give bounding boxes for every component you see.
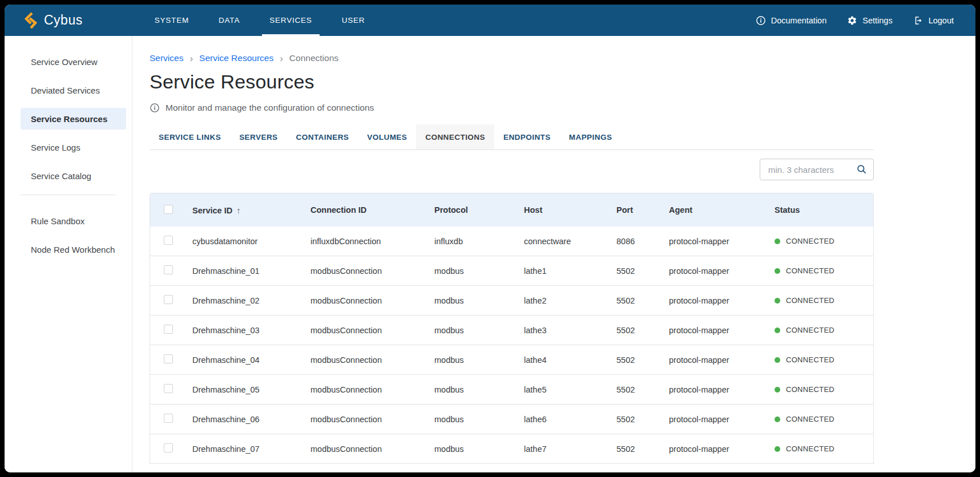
row-checkbox[interactable] <box>164 236 173 245</box>
row-select-cell <box>150 265 192 276</box>
status-label: CONNECTED <box>786 444 834 453</box>
tab-label: SERVICE LINKS <box>159 133 221 142</box>
brand-name: Cybus <box>44 13 83 28</box>
settings-label: Settings <box>862 16 892 25</box>
cell-service-id: Drehmaschine_01 <box>192 266 310 276</box>
breadcrumb-link-service-resources[interactable]: Service Resources <box>199 53 273 63</box>
column-header-protocol[interactable]: Protocol <box>434 205 524 215</box>
cell-agent: protocol-mapper <box>669 266 775 276</box>
search-icon[interactable] <box>856 164 868 175</box>
sidebar-item-label: Service Overview <box>31 57 98 67</box>
cell-host: lathe5 <box>524 385 616 394</box>
status-indicator <box>775 357 780 363</box>
row-checkbox[interactable] <box>164 414 173 423</box>
column-header-host[interactable]: Host <box>524 205 616 215</box>
row-checkbox[interactable] <box>164 384 173 393</box>
cell-connection-id: modbusConnection <box>310 385 434 394</box>
nav-item[interactable]: USER <box>327 5 380 36</box>
row-checkbox[interactable] <box>164 443 173 452</box>
column-header-label: Service ID <box>192 206 232 215</box>
breadcrumb-current: Connections <box>289 53 338 63</box>
sidebar-item[interactable]: Deviated Services <box>21 79 126 101</box>
breadcrumb: Services › Service Resources › Connectio… <box>150 53 874 63</box>
primary-nav: SYSTEM DATA SERVICES USER <box>140 5 380 36</box>
cell-service-id: Drehmaschine_06 <box>192 415 310 424</box>
column-header-service-id[interactable]: Service ID↑ <box>192 205 310 215</box>
logout-button[interactable]: Logout <box>913 15 954 26</box>
table-row[interactable]: Drehmaschine_03 modbusConnection modbus … <box>150 316 873 345</box>
sidebar: Service Overview Deviated Services Servi… <box>5 36 132 472</box>
tab[interactable]: CONTAINERS <box>287 124 358 149</box>
cell-service-id: cybusdatamonitor <box>192 237 310 246</box>
tab[interactable]: ENDPOINTS <box>494 124 560 149</box>
info-icon <box>150 103 160 113</box>
cell-protocol: modbus <box>434 296 524 305</box>
column-header-connection-id[interactable]: Connection ID <box>310 205 434 215</box>
cell-host: lathe1 <box>524 266 616 276</box>
tab-label: MAPPINGS <box>569 133 612 142</box>
table-row[interactable]: Drehmaschine_04 modbusConnection modbus … <box>150 345 873 375</box>
cell-protocol: modbus <box>434 326 524 335</box>
page-subtitle-text: Monitor and manage the configuration of … <box>166 103 374 113</box>
tab[interactable]: SERVICE LINKS <box>150 124 230 149</box>
table-row[interactable]: Drehmaschine_06 modbusConnection modbus … <box>150 405 873 434</box>
status-indicator <box>775 238 780 244</box>
brand-logo[interactable]: Cybus <box>5 5 83 36</box>
cell-agent: protocol-mapper <box>669 415 775 424</box>
tab[interactable]: CONNECTIONS <box>416 124 494 149</box>
chevron-right-icon: › <box>189 54 193 63</box>
select-all-checkbox[interactable] <box>164 205 173 214</box>
cell-connection-id: modbusConnection <box>310 296 434 305</box>
column-header-agent[interactable]: Agent <box>669 205 775 215</box>
nav-item[interactable]: DATA <box>204 5 255 36</box>
row-select-cell <box>150 236 192 246</box>
row-checkbox[interactable] <box>164 295 173 304</box>
tab[interactable]: SERVERS <box>230 124 287 149</box>
page-title: Service Resources <box>150 71 874 93</box>
row-checkbox[interactable] <box>164 325 173 334</box>
sidebar-item[interactable]: Service Resources <box>21 108 126 130</box>
cell-agent: protocol-mapper <box>669 355 775 365</box>
sidebar-item[interactable]: Service Logs <box>21 136 126 158</box>
top-navigation-bar: Cybus SYSTEM DATA SERVICES <box>5 5 975 36</box>
column-header-port[interactable]: Port <box>616 205 669 215</box>
sidebar-item[interactable]: Service Overview <box>21 51 126 72</box>
tab[interactable]: VOLUMES <box>358 124 416 149</box>
table-row[interactable]: Drehmaschine_05 modbusConnection modbus … <box>150 375 873 405</box>
sidebar-item[interactable]: Node Red Workbench <box>21 238 126 260</box>
cell-port: 5502 <box>616 385 669 394</box>
sidebar-item-label: Service Resources <box>31 114 107 124</box>
cell-port: 5502 <box>616 326 669 335</box>
nav-item-label: DATA <box>219 16 240 25</box>
nav-item[interactable]: SERVICES <box>255 5 326 36</box>
tab[interactable]: MAPPINGS <box>560 124 622 149</box>
sidebar-item-label: Service Catalog <box>31 171 91 181</box>
row-checkbox[interactable] <box>164 265 173 274</box>
sidebar-item[interactable]: Service Catalog <box>21 165 126 187</box>
status-indicator <box>775 446 780 452</box>
nav-item[interactable]: SYSTEM <box>140 5 204 36</box>
table-header-row: Service ID↑ Connection ID Protocol Host … <box>150 193 873 227</box>
row-checkbox[interactable] <box>164 354 173 363</box>
status-indicator <box>775 387 780 393</box>
status-label: CONNECTED <box>786 326 834 334</box>
settings-button[interactable]: Settings <box>847 15 892 26</box>
sidebar-secondary-group: Rule Sandbox Node Red Workbench <box>5 210 132 260</box>
table-row[interactable]: cybusdatamonitor influxdbConnection infl… <box>150 227 873 256</box>
gear-icon <box>847 15 857 26</box>
cell-host: connectware <box>524 237 616 246</box>
documentation-button[interactable]: Documentation <box>756 15 827 26</box>
breadcrumb-link-services[interactable]: Services <box>150 53 183 63</box>
sidebar-item[interactable]: Rule Sandbox <box>21 210 126 232</box>
sidebar-item-label: Node Red Workbench <box>31 245 115 254</box>
column-header-status[interactable]: Status <box>775 205 873 215</box>
table-row[interactable]: Drehmaschine_01 modbusConnection modbus … <box>150 256 873 286</box>
table-row[interactable]: Drehmaschine_02 modbusConnection modbus … <box>150 286 873 316</box>
status-label: CONNECTED <box>786 415 834 423</box>
cell-port: 5502 <box>616 415 669 424</box>
table-row[interactable]: Drehmaschine_07 modbusConnection modbus … <box>150 434 873 464</box>
status-indicator <box>775 298 780 304</box>
cell-service-id: Drehmaschine_02 <box>192 296 310 305</box>
cell-connection-id: influxdbConnection <box>310 237 434 246</box>
sidebar-item-label: Service Logs <box>31 143 80 152</box>
